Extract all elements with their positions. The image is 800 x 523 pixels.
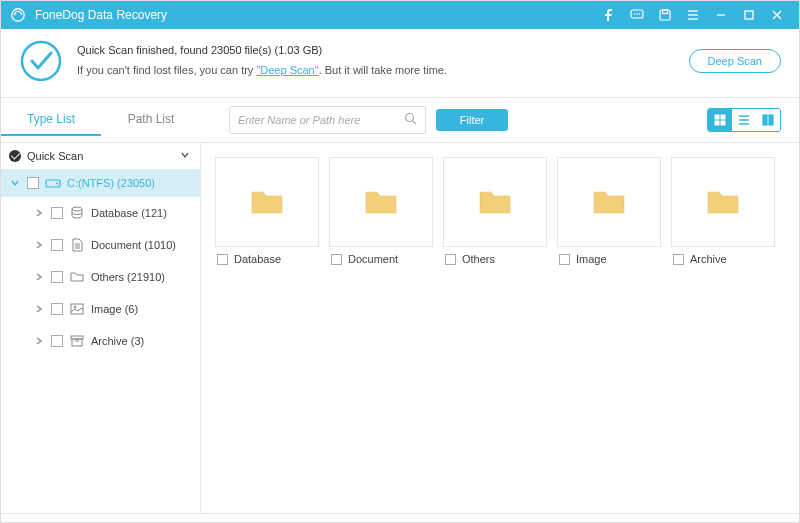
chevron-right-icon[interactable] (33, 271, 45, 283)
chevron-right-icon[interactable] (33, 207, 45, 219)
deep-scan-hint: If you can't find lost files, you can tr… (77, 62, 689, 80)
svg-point-5 (639, 13, 641, 15)
deep-scan-link[interactable]: "Deep Scan" (256, 64, 318, 76)
filter-button[interactable]: Filter (436, 109, 508, 131)
maximize-icon[interactable] (735, 1, 763, 29)
check-dot-icon (9, 150, 21, 162)
footer: Back Recover (1, 513, 799, 523)
svg-point-4 (636, 13, 638, 15)
view-detail-icon[interactable] (756, 109, 780, 131)
checkbox[interactable] (51, 207, 63, 219)
chevron-down-icon[interactable] (9, 177, 21, 189)
menu-icon[interactable] (679, 1, 707, 29)
main-area: Quick Scan C:(NTFS) (23050) Database (12… (1, 143, 799, 513)
checkbox[interactable] (27, 177, 39, 189)
tree-drive-c[interactable]: C:(NTFS) (23050) (1, 169, 200, 197)
document-icon (69, 237, 85, 253)
tree-root-label: Quick Scan (27, 150, 174, 162)
checkbox[interactable] (445, 254, 456, 265)
tile-label: Others (462, 253, 495, 265)
view-mode-group (707, 108, 781, 132)
app-logo-icon (9, 6, 27, 24)
tree-children: Database (121) Document (1010) Others (2… (1, 197, 200, 357)
save-icon[interactable] (651, 1, 679, 29)
svg-point-29 (72, 207, 82, 211)
checkbox[interactable] (51, 239, 63, 251)
sidebar-tree: Quick Scan C:(NTFS) (23050) Database (12… (1, 143, 201, 513)
folder-tile-database[interactable]: Database (215, 157, 319, 265)
chevron-right-icon[interactable] (33, 303, 45, 315)
svg-rect-12 (745, 11, 753, 19)
checkbox[interactable] (51, 335, 63, 347)
scan-status-banner: Quick Scan finished, found 23050 file(s)… (1, 29, 799, 98)
svg-rect-33 (71, 304, 83, 314)
feedback-icon[interactable] (623, 1, 651, 29)
view-grid-icon[interactable] (708, 109, 732, 131)
folder-tile-image[interactable]: Image (557, 157, 661, 265)
svg-rect-19 (721, 115, 725, 119)
folder-tile-document[interactable]: Document (329, 157, 433, 265)
database-icon (69, 205, 85, 221)
svg-rect-6 (660, 10, 670, 20)
tree-item-label: Image (6) (91, 303, 192, 315)
tree-item-document[interactable]: Document (1010) (1, 229, 200, 261)
search-input[interactable] (238, 114, 404, 126)
svg-rect-36 (72, 339, 82, 346)
checkbox[interactable] (559, 254, 570, 265)
search-box[interactable] (229, 106, 426, 134)
checkbox[interactable] (673, 254, 684, 265)
tile-label: Archive (690, 253, 727, 265)
tree-root-quickscan[interactable]: Quick Scan (1, 143, 200, 169)
tree-item-image[interactable]: Image (6) (1, 293, 200, 325)
checkbox[interactable] (217, 254, 228, 265)
view-list-icon[interactable] (732, 109, 756, 131)
tree-item-others[interactable]: Others (21910) (1, 261, 200, 293)
checkbox[interactable] (331, 254, 342, 265)
checkbox[interactable] (51, 271, 63, 283)
tree-item-database[interactable]: Database (121) (1, 197, 200, 229)
tree-drive-label: C:(NTFS) (23050) (67, 177, 192, 189)
deep-scan-button[interactable]: Deep Scan (689, 49, 781, 73)
svg-point-0 (12, 9, 24, 21)
chevron-down-icon[interactable] (180, 149, 192, 163)
facebook-icon[interactable] (595, 1, 623, 29)
svg-point-15 (22, 42, 60, 80)
folder-tile-others[interactable]: Others (443, 157, 547, 265)
folder-icon (671, 157, 775, 247)
folder-icon (557, 157, 661, 247)
list-tabs: Type List Path List (1, 104, 201, 136)
chevron-right-icon[interactable] (33, 239, 45, 251)
titlebar: FoneDog Data Recovery (1, 1, 799, 29)
minimize-icon[interactable] (707, 1, 735, 29)
tab-type-list[interactable]: Type List (1, 104, 101, 136)
tree-item-label: Archive (3) (91, 335, 192, 347)
folder-tile-archive[interactable]: Archive (671, 157, 775, 265)
svg-rect-20 (715, 121, 719, 125)
tile-label: Image (576, 253, 607, 265)
checkmark-circle-icon (19, 39, 63, 83)
toolbar: Type List Path List Filter (1, 98, 799, 143)
chevron-right-icon[interactable] (33, 335, 45, 347)
close-icon[interactable] (763, 1, 791, 29)
archive-icon (69, 333, 85, 349)
svg-rect-18 (715, 115, 719, 119)
svg-rect-25 (763, 115, 767, 125)
folder-icon (443, 157, 547, 247)
tree-item-label: Document (1010) (91, 239, 192, 251)
svg-point-34 (74, 306, 76, 308)
svg-line-17 (412, 121, 416, 125)
checkbox[interactable] (51, 303, 63, 315)
svg-rect-26 (769, 115, 773, 125)
tab-path-list[interactable]: Path List (101, 104, 201, 136)
tile-label: Database (234, 253, 281, 265)
folder-icon (329, 157, 433, 247)
folder-grid: Database Document Others Image Archive (201, 143, 799, 513)
tree-item-archive[interactable]: Archive (3) (1, 325, 200, 357)
folder-icon (69, 269, 85, 285)
search-icon[interactable] (404, 111, 417, 129)
svg-point-3 (634, 13, 636, 15)
scan-message: Quick Scan finished, found 23050 file(s)… (77, 42, 689, 79)
svg-point-28 (56, 183, 58, 185)
tree-item-label: Database (121) (91, 207, 192, 219)
scan-summary-text: Quick Scan finished, found 23050 file(s)… (77, 42, 689, 60)
